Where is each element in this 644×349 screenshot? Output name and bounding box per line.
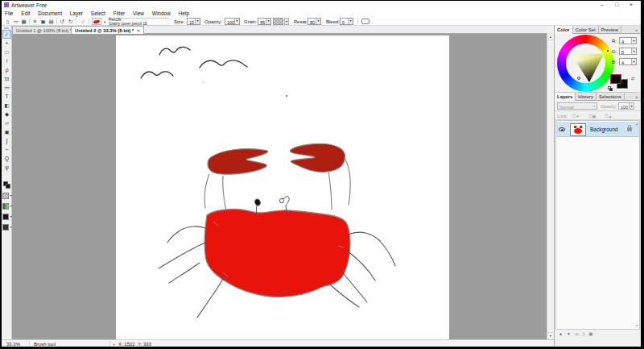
close-button[interactable]: × [625, 2, 638, 7]
shape-tool[interactable]: ▭ [2, 83, 11, 92]
redo-icon[interactable]: ↻ [67, 18, 74, 25]
cursor-position-icon: + [113, 342, 115, 347]
marquee-tool[interactable]: □ [2, 48, 11, 56]
menu-select[interactable]: Select [88, 10, 109, 17]
menu-file[interactable]: File [2, 10, 16, 17]
panel-menu-icon[interactable]: » [633, 26, 640, 34]
menu-edit[interactable]: Edit [18, 10, 33, 17]
new-document-icon[interactable]: ▯ [4, 18, 11, 25]
maximize-button[interactable]: □ [610, 2, 623, 7]
line-icon[interactable]: ∕ [80, 18, 87, 25]
palette-grip[interactable] [4, 27, 9, 29]
layer-scroll-down-icon[interactable]: ▼ [636, 324, 638, 327]
hue-marker[interactable] [606, 49, 609, 52]
vertical-scrollbar[interactable]: ▲ ▼ [547, 34, 553, 339]
menu-window[interactable]: Window [149, 10, 174, 17]
app-icon [4, 2, 9, 7]
menu-document[interactable]: Document [35, 10, 65, 17]
brush-tool[interactable]: ∕ [2, 30, 11, 39]
menu-filter[interactable]: Filter [110, 10, 128, 17]
paper-texture-dropdown-icon[interactable]: ▼ [284, 18, 289, 25]
b-input[interactable]: 4▼ [619, 58, 637, 65]
hand-tool[interactable]: ψ [2, 163, 11, 172]
crab-body [204, 209, 350, 297]
tab-color[interactable]: Color [555, 26, 573, 34]
tablet-icon[interactable] [361, 19, 369, 24]
layer-visibility-icon[interactable] [558, 125, 567, 134]
layer-down-icon[interactable]: ▼ [567, 331, 571, 336]
swap-colors-icon[interactable]: ⇄ [631, 76, 635, 81]
brush-preview[interactable] [92, 18, 101, 25]
save-icon[interactable]: ▦ [20, 18, 27, 25]
crop-tool[interactable]: ⊡ [2, 74, 11, 83]
brush-dropdown-icon[interactable]: ▼ [103, 20, 106, 24]
menu-view[interactable]: View [130, 10, 147, 17]
fill-tool[interactable]: ◆ [2, 110, 11, 118]
tab-untitled-1[interactable]: Untitled 1 @ 100% (8-bit) * [12, 26, 76, 34]
foreground-color-swatch[interactable] [610, 74, 621, 84]
undo-icon[interactable]: ↺ [59, 18, 66, 25]
smudge-tool[interactable]: ~ [2, 145, 11, 154]
eraser-tool[interactable]: ▱ [2, 118, 11, 127]
layer-row-background[interactable]: Background [556, 122, 639, 137]
move-tool[interactable]: + [2, 39, 11, 48]
scroll-up-icon[interactable]: ▲ [547, 34, 554, 40]
bleed-input[interactable]: 0▼ [340, 18, 353, 25]
minimize-button[interactable]: – [596, 2, 609, 7]
tab-selections[interactable]: Selections [597, 93, 625, 101]
weave-selector[interactable]: ▼ [2, 224, 12, 231]
brush-selector[interactable]: PencilsGrainy cover pencil 10 [109, 18, 170, 26]
gradient-selector[interactable]: ▼ [2, 203, 12, 210]
menu-help[interactable]: Help [175, 10, 192, 17]
color-swatches-mini[interactable] [3, 181, 11, 189]
layer-opacity-input[interactable]: 100▼ [618, 102, 634, 110]
layer-scroll-up-icon[interactable]: ▲ [636, 123, 638, 126]
color-triangle[interactable] [557, 35, 617, 93]
layer-up-icon[interactable]: ▲ [559, 331, 563, 336]
tab-close-icon[interactable]: × [137, 28, 139, 33]
sv-marker[interactable] [577, 77, 580, 80]
paper-texture-swatch[interactable] [273, 18, 283, 25]
crab-left-eye [254, 198, 262, 206]
pattern-selector[interactable]: ▼ [2, 214, 12, 221]
tab-preview[interactable]: Preview [599, 26, 621, 34]
lock-all-icon[interactable]: ☐▲ [605, 114, 612, 118]
pencil-tool[interactable]: / [2, 56, 11, 65]
cut-icon[interactable]: ✕ [31, 18, 39, 25]
zoom-tool[interactable]: Q [2, 154, 11, 163]
menu-layer[interactable]: Layer [67, 10, 86, 17]
paper-selector[interactable]: ▼ [2, 193, 12, 200]
size-input[interactable]: 10▼ [187, 18, 200, 25]
crab-right-eye [279, 198, 283, 202]
stamp-tool[interactable]: ▣ [2, 127, 11, 136]
scroll-down-icon[interactable]: ▼ [547, 332, 554, 339]
eyedropper-tool[interactable]: ʃ [2, 136, 11, 145]
tab-history[interactable]: History [576, 93, 597, 101]
paste-icon[interactable]: ▤ [47, 18, 55, 25]
gradient-tool[interactable]: ◧ [2, 101, 11, 110]
layer-group-icon[interactable]: ▭ [575, 331, 579, 336]
layer-thumbnail[interactable] [570, 123, 586, 136]
g-input[interactable]: 5▼ [619, 48, 637, 55]
r-input[interactable]: 4▼ [619, 37, 637, 44]
text-tool[interactable]: T [2, 92, 11, 101]
resat-input[interactable]: 80▼ [308, 18, 321, 25]
new-layer-icon[interactable]: ▯ [583, 331, 585, 336]
lock-transparency-icon[interactable]: ☐✦ [572, 114, 580, 118]
copy-icon[interactable]: ▣ [39, 18, 47, 25]
blend-mode-select[interactable]: Normal▼ [557, 102, 597, 110]
opacity-input[interactable]: 100▼ [225, 18, 240, 25]
lock-position-icon[interactable]: ☐▣ [588, 114, 596, 118]
grain-input[interactable]: 45▼ [258, 18, 271, 25]
layer-lock-icon [627, 127, 632, 131]
layers-menu-icon[interactable]: » [633, 93, 640, 101]
tab-color-set[interactable]: Color Set [573, 26, 599, 34]
delete-layer-icon[interactable]: ▦ [588, 331, 592, 336]
bird-1 [159, 47, 190, 55]
tab-untitled-2[interactable]: Untitled 2 @ 33.3% (8-bit) *× [71, 26, 144, 34]
open-icon[interactable]: ▭ [12, 18, 19, 25]
lock-controls: Lock: ☐✦ ☐▣ ☐▲ [555, 111, 641, 120]
canvas[interactable] [116, 35, 449, 339]
lasso-tool[interactable]: ρ [2, 65, 11, 74]
tab-layers[interactable]: Layers [555, 93, 576, 101]
